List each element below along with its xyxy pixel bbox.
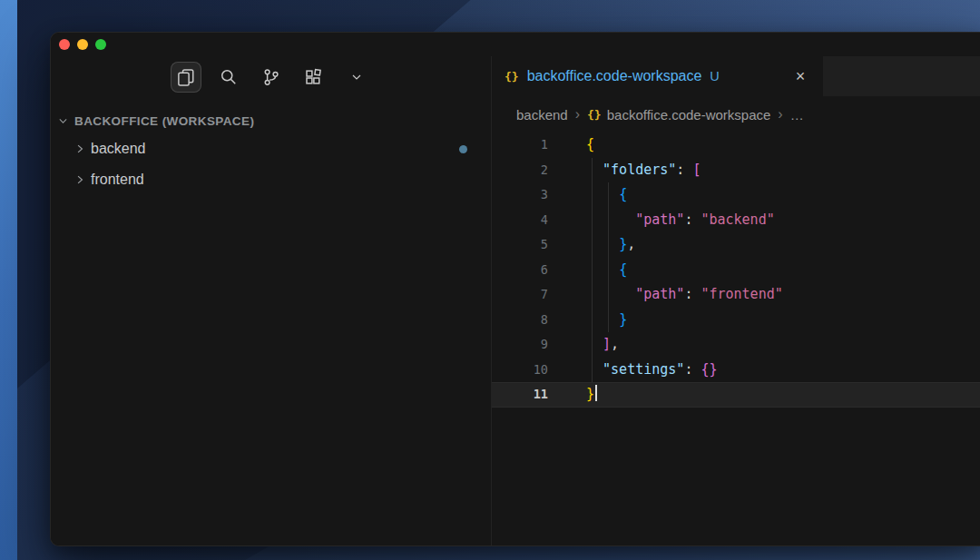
line-number: 4 [492,208,548,233]
line-number: 5 [492,232,548,258]
tree-item-label: frontend [91,172,144,188]
breadcrumb-item[interactable]: backend [516,107,568,123]
code-text: { [548,133,594,158]
line-number: 7 [492,282,548,308]
tree-item-backend[interactable]: backend [51,133,491,164]
line-number: 8 [492,308,548,333]
breadcrumb-item[interactable]: … [790,107,804,123]
tab-backoffice-code-workspace[interactable]: {} backoffice.code-workspace U × [492,56,824,96]
code-line-5[interactable]: 5 }, [492,232,980,258]
zoom-window-button[interactable] [95,39,106,50]
chevron-down-icon[interactable] [341,62,372,93]
code-line-9[interactable]: 9 ], [492,332,980,358]
indent-guide [592,158,593,383]
code-text: "settings": {} [548,358,718,383]
minimize-window-button[interactable] [77,39,88,50]
workspace-section-header[interactable]: BACKOFFICE (WORKSPACE) [51,110,491,132]
tab-bar: {} backoffice.code-workspace U × [492,56,980,96]
line-number: 10 [492,358,548,383]
code-line-8[interactable]: 8 } [492,308,980,333]
code-line-2[interactable]: 2 "folders": [ [492,158,980,183]
sidebar-toolbar [51,56,491,98]
chevron-right-icon [74,142,86,155]
line-number: 6 [492,258,548,283]
extensions-icon[interactable] [299,62,329,93]
code-line-11[interactable]: 11} [492,382,980,408]
git-status-badge: U [710,69,719,84]
modified-dot [459,145,467,153]
desktop-background: BACKOFFICE (WORKSPACE) backendfrontend {… [0,0,980,560]
breadcrumb-item[interactable]: {}backoffice.code-workspace [587,107,770,123]
breadcrumb-separator-icon: › [575,106,580,123]
json-file-icon: {} [587,108,602,122]
code-line-1[interactable]: 1{ [492,133,980,158]
chevron-down-icon [57,115,69,127]
code-text: { [548,258,627,283]
code-text: { [548,182,627,208]
line-number: 1 [492,133,548,158]
code-text: ], [548,332,619,358]
file-tree: backendfrontend [51,133,491,195]
search-icon[interactable] [213,62,244,93]
code-text: } [548,308,627,333]
json-file-icon: {} [505,70,519,84]
sidebar: BACKOFFICE (WORKSPACE) backendfrontend [51,56,492,545]
code-text: } [548,382,597,408]
tab-title: backoffice.code-workspace [527,68,702,84]
line-number: 3 [492,182,548,208]
code-line-7[interactable]: 7 "path": "frontend" [492,282,980,308]
editor-group: {} backoffice.code-workspace U × backend… [492,56,980,545]
code-editor[interactable]: 1{2 "folders": [3 {4 "path": "backend"5 … [492,133,980,545]
breadcrumb-separator-icon: › [778,106,782,123]
code-line-10[interactable]: 10 "settings": {} [492,358,980,383]
code-line-6[interactable]: 6 { [492,258,980,283]
breadcrumb: backend›{}backoffice.code-workspace›… [492,96,980,133]
text-cursor [595,385,597,401]
workspace-section-label: BACKOFFICE (WORKSPACE) [74,114,254,128]
line-number: 2 [492,158,548,183]
chevron-right-icon [74,173,86,186]
source-control-icon[interactable] [256,62,287,93]
close-tab-icon[interactable]: × [790,66,810,86]
vscode-window: BACKOFFICE (WORKSPACE) backendfrontend {… [50,32,980,546]
breadcrumb-item-label: backend [516,107,568,123]
background-left-strip [0,0,17,560]
indent-guide [608,182,609,332]
code-line-3[interactable]: 3 { [492,182,980,208]
code-text: "path": "frontend" [548,282,783,308]
tree-item-frontend[interactable]: frontend [51,164,491,195]
breadcrumb-item-label: … [790,107,804,123]
close-window-button[interactable] [59,39,70,50]
breadcrumb-item-label: backoffice.code-workspace [607,107,771,123]
explorer-icon[interactable] [171,62,201,93]
code-line-4[interactable]: 4 "path": "backend" [492,208,980,233]
tree-item-label: backend [91,141,146,157]
line-number: 11 [492,382,548,408]
titlebar [51,33,980,56]
code-text: "path": "backend" [548,208,775,233]
line-number: 9 [492,332,548,358]
code-text: "folders": [ [548,158,701,183]
